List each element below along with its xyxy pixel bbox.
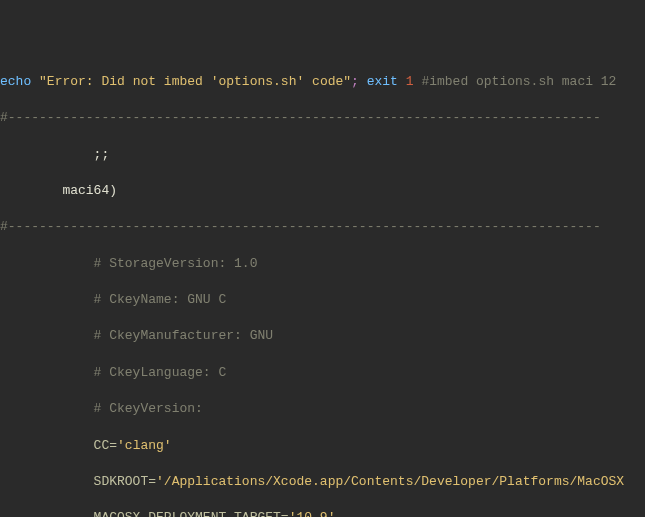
- code-line: maci64): [0, 182, 645, 200]
- rule-line: #---------------------------------------…: [0, 218, 645, 236]
- rule-line: #---------------------------------------…: [0, 109, 645, 127]
- semicolon: ;: [351, 74, 359, 89]
- comment-line: # CkeyVersion:: [0, 400, 645, 418]
- code-line: MACOSX_DEPLOYMENT_TARGET='10.9': [0, 509, 645, 517]
- var-name: MACOSX_DEPLOYMENT_TARGET=: [0, 510, 289, 517]
- keyword-exit: exit: [367, 74, 398, 89]
- code-line: CC='clang': [0, 437, 645, 455]
- number-literal: 1: [406, 74, 414, 89]
- var-name: CC=: [0, 438, 117, 453]
- code-line-1: echo "Error: Did not imbed 'options.sh' …: [0, 73, 645, 91]
- var-value: 'clang': [117, 438, 172, 453]
- code-line: SDKROOT='/Applications/Xcode.app/Content…: [0, 473, 645, 491]
- comment-line: # CkeyLanguage: C: [0, 364, 645, 382]
- comment-line: # CkeyManufacturer: GNU: [0, 327, 645, 345]
- string-literal: "Error: Did not imbed 'options.sh' code": [39, 74, 351, 89]
- code-line: ;;: [0, 146, 645, 164]
- var-value: '10.9': [289, 510, 336, 517]
- comment-line: # StorageVersion: 1.0: [0, 255, 645, 273]
- keyword-echo: echo: [0, 74, 31, 89]
- comment-line: # CkeyName: GNU C: [0, 291, 645, 309]
- var-name: SDKROOT=: [0, 474, 156, 489]
- var-value: '/Applications/Xcode.app/Contents/Develo…: [156, 474, 624, 489]
- comment: #imbed options.sh maci 12: [421, 74, 616, 89]
